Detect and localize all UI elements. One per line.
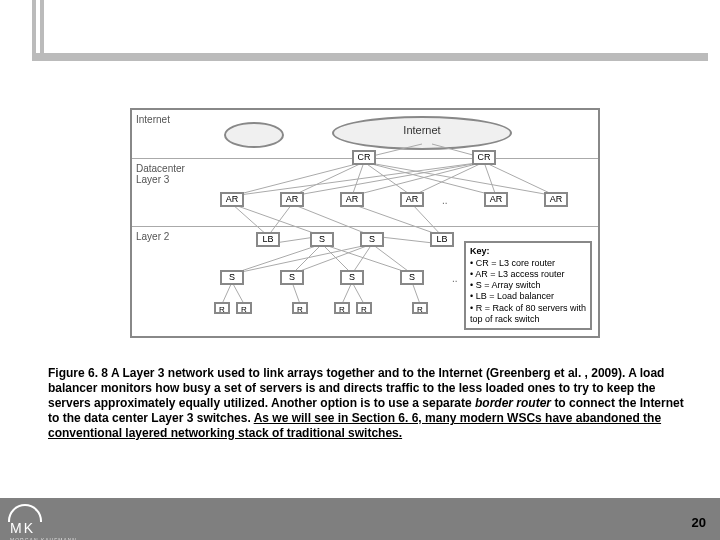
- node-lb: LB: [256, 232, 280, 247]
- node-lb: LB: [430, 232, 454, 247]
- node-ar: AR: [280, 192, 304, 207]
- node-cr: CR: [472, 150, 496, 165]
- legend-line: • R = Rack of 80 servers with top of rac…: [470, 303, 586, 326]
- figure-caption: Figure 6. 8 A Layer 3 network used to li…: [48, 366, 684, 441]
- ellipsis: ..: [452, 273, 458, 284]
- node-ar: AR: [220, 192, 244, 207]
- node-r: R: [214, 302, 230, 314]
- cloud-label-internet: Internet: [392, 124, 452, 136]
- legend-line: • S = Array switch: [470, 280, 586, 291]
- publisher-logo-text: MK: [10, 520, 35, 536]
- node-cr: CR: [352, 150, 376, 165]
- slide-ruler-horizontal: [32, 53, 708, 61]
- node-r: R: [292, 302, 308, 314]
- node-r: R: [334, 302, 350, 314]
- node-ar: AR: [340, 192, 364, 207]
- section-label-layer2: Layer 2: [136, 231, 169, 242]
- legend-line: • CR = L3 core router: [470, 258, 586, 269]
- node-r: R: [356, 302, 372, 314]
- node-s: S: [360, 232, 384, 247]
- legend-box: Key: • CR = L3 core router • AR = L3 acc…: [464, 241, 592, 330]
- section-label-datacenter: Datacenter Layer 3: [136, 163, 185, 185]
- slide-ruler-vertical: [32, 0, 44, 60]
- node-s: S: [220, 270, 244, 285]
- legend-line: • AR = L3 access router: [470, 269, 586, 280]
- node-ar: AR: [544, 192, 568, 207]
- figure-diagram: Internet Internet Datacenter Layer 3 Lay…: [130, 108, 600, 338]
- footer-bar: MK MORGAN KAUFMANN: [0, 500, 720, 540]
- node-r: R: [412, 302, 428, 314]
- section-label-internet: Internet: [136, 114, 170, 125]
- node-r: R: [236, 302, 252, 314]
- caption-lead: Figure 6. 8 A Layer 3 network used to li…: [48, 366, 628, 380]
- node-s: S: [340, 270, 364, 285]
- node-ar: AR: [400, 192, 424, 207]
- node-ar: AR: [484, 192, 508, 207]
- legend-title: Key:: [470, 246, 586, 257]
- cloud-shape-small: [224, 122, 284, 148]
- node-s: S: [310, 232, 334, 247]
- page-number: 20: [692, 515, 706, 530]
- caption-italic-term: border router: [475, 396, 551, 410]
- node-s: S: [400, 270, 424, 285]
- legend-line: • LB = Load balancer: [470, 291, 586, 302]
- node-s: S: [280, 270, 304, 285]
- ellipsis: ..: [442, 195, 448, 206]
